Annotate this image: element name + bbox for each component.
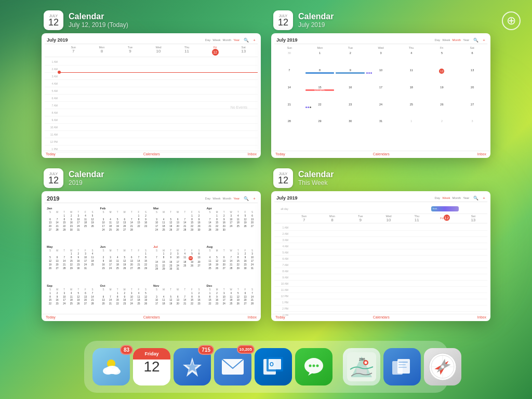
footer-today-week[interactable]: Today	[275, 315, 285, 319]
dock-app-files[interactable]	[383, 348, 421, 385]
dock-app-outlook[interactable]: O	[255, 348, 292, 385]
tab-day-d[interactable]: Day	[205, 38, 211, 42]
mcell-jul3[interactable]: 3	[366, 51, 396, 68]
mcell-jul23[interactable]: 23	[335, 102, 365, 119]
messages-icon[interactable]	[295, 348, 332, 385]
tab-year-w[interactable]: Year	[463, 196, 469, 200]
add-icon-month[interactable]: +	[483, 38, 485, 43]
mcell-jul5[interactable]: 5	[427, 51, 457, 68]
mini-month-feb[interactable]: Feb SMTWTFS 12 3456789 10111213141516 17…	[100, 207, 150, 241]
mini-month-may[interactable]: May SMTWTFS 1234 567891011 1213141516171…	[47, 245, 96, 280]
mcell-jul9[interactable]: 9	[335, 68, 365, 85]
mcell-jul8[interactable]: 8	[305, 68, 335, 85]
mcell-jul21[interactable]: 21	[274, 102, 304, 119]
tab-day-y[interactable]: Day	[205, 197, 211, 200]
search-icon-month[interactable]: 🔍	[473, 38, 478, 43]
dock-app-safari[interactable]	[424, 348, 461, 385]
spark-icon[interactable]: 715	[174, 348, 211, 385]
mcell-jun30[interactable]: 30	[274, 51, 304, 68]
search-icon-year[interactable]: 🔍	[244, 196, 249, 201]
mini-month-sep[interactable]: Sep SMTWTFS 1234567 891011121314 1516171…	[47, 284, 96, 315]
mcell-jul30[interactable]: 30	[335, 119, 365, 136]
footer-inbox-month[interactable]: Inbox	[477, 152, 486, 156]
mcell-jul4[interactable]: 4	[396, 51, 427, 68]
mcell-jul7[interactable]: 7	[274, 68, 304, 85]
mcell-jul24[interactable]: 24	[366, 102, 396, 119]
tab-week-m[interactable]: Week	[442, 38, 450, 42]
dock-app-maps[interactable]: 280	[343, 348, 380, 385]
footer-calendars-week[interactable]: Calendars	[373, 315, 390, 319]
footer-calendars-year[interactable]: Calendars	[143, 315, 160, 319]
mcell-jul15[interactable]: 15NOTES APPN...	[305, 85, 335, 102]
mcell-jul20[interactable]: 20	[457, 85, 487, 102]
mcell-aug2[interactable]: 2	[427, 119, 457, 136]
mcell-aug3[interactable]: 3	[457, 119, 487, 136]
tab-year-m[interactable]: Year	[463, 38, 469, 42]
app-card-month[interactable]: JULY 12 Calendar July 2019 July 2019 Day…	[271, 10, 490, 158]
mcell-jul16[interactable]: 16	[335, 85, 365, 102]
tab-day-m[interactable]: Day	[435, 38, 441, 42]
tab-week-w[interactable]: Week	[442, 196, 450, 200]
mcell-jul14[interactable]: 14	[274, 85, 304, 102]
mcell-jul18[interactable]: 18	[396, 85, 427, 102]
footer-today-month[interactable]: Today	[275, 152, 285, 156]
tab-year-d[interactable]: Year	[233, 38, 240, 42]
mini-month-dec[interactable]: Dec SMTWTFS 1234567 891011121314 1516171…	[207, 284, 256, 315]
mini-month-aug[interactable]: Aug SMTWTFS 123 45678910 11121314151617 …	[207, 245, 256, 280]
mini-month-apr[interactable]: Apr SMTWTFS 123456 78910111213 141516171…	[207, 207, 256, 241]
footer-inbox-week[interactable]: Inbox	[477, 315, 486, 319]
mcell-jul19[interactable]: 19	[427, 85, 457, 102]
tab-month-m[interactable]: Month	[453, 38, 461, 42]
dock-app-mail[interactable]: 10,205	[214, 348, 251, 385]
footer-calendars-month[interactable]: Calendars	[373, 152, 390, 156]
app-card-year[interactable]: JULY 12 Calendar 2019 2019 Day Week Mont…	[42, 168, 261, 321]
mini-month-jun[interactable]: Jun SMTWTFS 1 2345678 9101112131415 1617…	[100, 245, 150, 280]
outlook-icon[interactable]: O	[255, 348, 292, 385]
mcell-jul6[interactable]: 6	[457, 51, 487, 68]
add-button[interactable]: ⊕	[502, 11, 521, 30]
mcell-jul22[interactable]: 22	[305, 102, 335, 119]
app-card-day[interactable]: JULY 12 Calendar July 12, 2019 (Today) J…	[42, 10, 261, 158]
mini-month-mar[interactable]: Mar SMTWTFS 12 3456789 10111213141516 17…	[153, 207, 203, 241]
mcell-jul10[interactable]: 10	[366, 68, 396, 85]
mcell-aug1[interactable]: 1	[396, 119, 427, 136]
dock-app-weather[interactable]: 83	[92, 348, 130, 385]
safari-icon[interactable]	[424, 348, 461, 385]
tab-week-d[interactable]: Week	[212, 38, 220, 42]
files-icon[interactable]	[383, 348, 421, 385]
mcell-jul11[interactable]: 11	[396, 68, 427, 85]
mini-month-nov[interactable]: Nov SMTWTFS 12 3456789 10111213141516 17…	[153, 284, 203, 315]
dock-app-spark[interactable]: 715	[174, 348, 211, 385]
add-icon-year[interactable]: +	[253, 196, 256, 201]
mcell-jul2[interactable]: 2	[335, 51, 365, 68]
cal-window-year[interactable]: 2019 Day Week Month Year 🔍 +	[42, 191, 261, 321]
tab-month-w[interactable]: Month	[453, 196, 461, 200]
dock-app-messages[interactable]	[295, 348, 332, 385]
cal-window-week[interactable]: July 2019 Day Week Month Year 🔍 +	[271, 191, 490, 321]
mcell-jul28[interactable]: 28	[274, 119, 304, 136]
footer-calendars-day[interactable]: Calendars	[143, 152, 160, 156]
calendar-dock-icon[interactable]: Friday 12	[133, 348, 170, 385]
footer-today-day[interactable]: Today	[46, 152, 56, 156]
weather-icon[interactable]: 83	[92, 348, 130, 385]
search-icon-day[interactable]: 🔍	[244, 38, 249, 43]
cal-window-day[interactable]: July 2019 Day Week Month Year 🔍 +	[42, 33, 261, 158]
mcell-jul12[interactable]: 12	[427, 68, 457, 85]
search-icon-week[interactable]: 🔍	[473, 196, 478, 201]
mcell-jul26[interactable]: 26	[427, 102, 457, 119]
mcell-jul1[interactable]: 1	[305, 51, 335, 68]
mcell-jul27[interactable]: 27	[457, 102, 487, 119]
tab-year-y[interactable]: Year	[233, 197, 240, 200]
mcell-jul17[interactable]: 17	[366, 85, 396, 102]
mail-icon[interactable]: 10,205	[214, 348, 251, 385]
mini-month-oct[interactable]: Oct SMTWTFS 12345 6789101112 13141516171…	[100, 284, 150, 315]
mcell-jul29[interactable]: 29	[305, 119, 335, 136]
mini-month-jan[interactable]: Jan SMTWTFS 12345 6789101112 13141516171…	[47, 207, 96, 241]
cal-window-month[interactable]: July 2019 Day Week Month Year 🔍 +	[271, 33, 490, 158]
mcell-jul31[interactable]: 31	[366, 119, 396, 136]
tab-month-y[interactable]: Month	[223, 197, 232, 200]
tab-month-d[interactable]: Month	[223, 38, 232, 42]
add-icon-week[interactable]: +	[483, 196, 485, 201]
add-icon-day[interactable]: +	[253, 38, 256, 43]
tab-day-w[interactable]: Day	[435, 196, 441, 200]
